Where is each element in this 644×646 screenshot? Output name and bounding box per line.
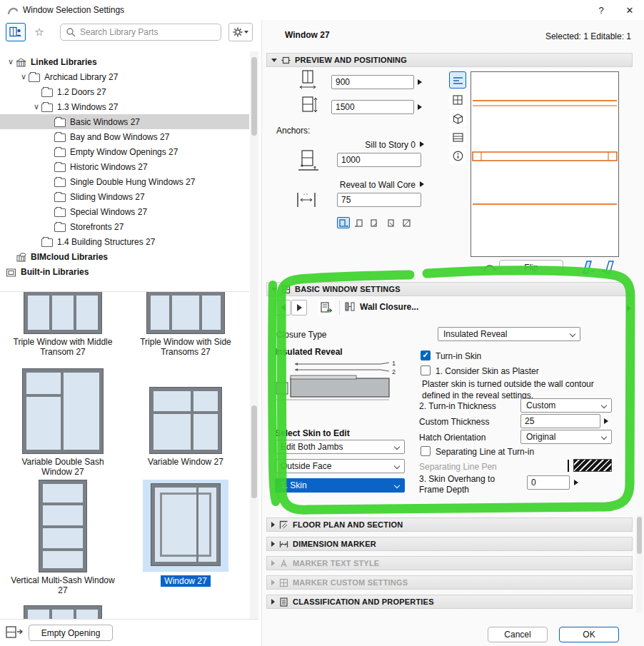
view-elevation-button[interactable]	[449, 128, 466, 146]
tree-scrollbar[interactable]	[250, 51, 258, 291]
section-marker-text-style[interactable]: MARKER TEXT STYLE	[266, 556, 633, 570]
anchor-toggle-icon[interactable]	[400, 217, 413, 228]
empty-opening-button[interactable]: Empty Opening	[29, 625, 113, 641]
skin-overhang-flyout-arrow[interactable]	[574, 480, 578, 485]
height-field[interactable]	[331, 100, 414, 114]
chevron-down-icon[interactable]	[19, 72, 29, 81]
sill-to-story-field[interactable]	[337, 153, 421, 167]
view-grid-button[interactable]	[449, 91, 466, 108]
favorites-star-icon[interactable]	[30, 23, 49, 41]
separating-line-pen-swatch[interactable]	[573, 459, 612, 472]
folder-icon	[41, 238, 53, 247]
cancel-button[interactable]: Cancel	[488, 627, 548, 642]
anchor-toggle-icon[interactable]	[353, 217, 366, 228]
info-button[interactable]	[449, 147, 466, 164]
tree-item-archicad-library[interactable]: Archicad Library 27	[0, 69, 249, 84]
search-input[interactable]	[79, 26, 221, 38]
prev-page-button[interactable]	[275, 300, 291, 316]
settings-scrollbar-thumb[interactable]	[637, 517, 642, 554]
preview-canvas[interactable]	[471, 71, 619, 257]
tree-item-windows[interactable]: 1.3 Windows 27	[0, 99, 249, 114]
next-page-button[interactable]	[291, 300, 307, 316]
thumbnail-partial[interactable]	[3, 606, 123, 620]
section-preview-positioning[interactable]: PREVIEW AND POSITIONING	[266, 53, 633, 67]
ok-button[interactable]: OK	[559, 627, 619, 642]
rotate-icon[interactable]	[482, 261, 498, 276]
width-field[interactable]	[331, 75, 414, 89]
tree-scrollbar-thumb[interactable]	[251, 57, 257, 136]
library-view-toggle[interactable]	[6, 23, 26, 41]
section-floor-plan[interactable]: FLOOR PLAN AND SECTION	[266, 518, 633, 532]
closure-type-dropdown[interactable]: Insulated Reveal	[438, 327, 580, 341]
tree-item-single-double-hung[interactable]: Single Double Hung Windows 27	[0, 174, 249, 189]
folder-icon	[54, 118, 66, 127]
section-dimension-marker[interactable]: DIMENSION MARKER	[266, 537, 633, 551]
hatch-orientation-dropdown[interactable]: Original	[520, 430, 612, 444]
thumbnail-variable-window[interactable]: Variable Window 27	[126, 366, 246, 467]
tree-item-storefronts[interactable]: Storefronts 27	[0, 219, 249, 234]
library-bottom-bar: Empty Opening	[0, 619, 259, 646]
chevron-down-icon[interactable]	[31, 102, 41, 111]
tree-item-empty-window-openings[interactable]: Empty Window Openings 27	[0, 144, 249, 159]
settings-page-flyout-arrow[interactable]	[627, 306, 631, 311]
thumbnail-scrollbar-thumb[interactable]	[251, 405, 257, 498]
turn-in-skin-checkbox[interactable]	[421, 350, 431, 360]
transfer-settings-button[interactable]	[318, 300, 335, 316]
consider-skin-plaster-checkbox[interactable]	[421, 365, 431, 375]
thumbnail-scrollbar[interactable]	[250, 291, 258, 620]
thumbnail-vertical-multi-sash[interactable]: Vertical Multi-Sash Window 27	[3, 478, 123, 596]
anchor-toggle-icon[interactable]	[337, 217, 350, 228]
section-basic-window-settings[interactable]: BASIC WINDOW SETTINGS	[266, 282, 633, 296]
tree-item-linked-libraries[interactable]: Linked Libraries	[0, 54, 249, 69]
tree-item-bimcloud-libraries[interactable]: BIMcloud Libraries	[0, 249, 249, 264]
library-panel: Linked Libraries Archicad Library 27 1.2…	[0, 20, 259, 646]
wall-closure-tab[interactable]: Wall Closure...	[345, 301, 418, 312]
skin-overhang-field[interactable]	[527, 475, 570, 490]
library-building-icon	[16, 58, 26, 67]
mirror-left-icon[interactable]	[580, 260, 596, 275]
skin-number-dropdown[interactable]: 1. Skin	[275, 478, 405, 493]
empty-opening-icon[interactable]	[6, 625, 23, 640]
tree-item-basic-windows[interactable]: Basic Windows 27	[0, 114, 249, 129]
turn-in-thickness-label: 2. Turn-in Thickness	[419, 401, 496, 411]
thumbnail-variable-double-sash[interactable]: Variable Double Sash Window 27	[3, 366, 123, 478]
chevron-down-icon[interactable]	[6, 57, 16, 66]
flip-button[interactable]: Flip	[499, 260, 563, 275]
tree-item-special-windows[interactable]: Special Windows 27	[0, 204, 249, 219]
sill-flyout-arrow[interactable]	[420, 141, 424, 147]
turn-in-thickness-dropdown[interactable]: Custom	[520, 398, 612, 413]
close-button[interactable]: ✕	[615, 0, 644, 20]
thumbnail-window-27[interactable]: Window 27	[126, 478, 246, 587]
anchor-toggle-icon[interactable]	[368, 217, 381, 228]
tree-item-doors[interactable]: 1.2 Doors 27	[0, 84, 249, 99]
height-flyout-arrow[interactable]	[418, 104, 422, 110]
folder-icon	[41, 89, 53, 97]
thumbnail-triple-middle-transom[interactable]: Triple Window with Middle Transom 27	[3, 292, 123, 358]
settings-scrollbar[interactable]	[636, 515, 643, 612]
mirror-right-icon[interactable]	[600, 260, 616, 275]
search-box[interactable]	[60, 24, 221, 41]
tree-item-bay-bow-windows[interactable]: Bay and Bow Windows 27	[0, 129, 249, 144]
custom-thickness-flyout-arrow[interactable]	[604, 418, 608, 424]
anchor-toggle-icon[interactable]	[384, 217, 397, 228]
window-preview-image	[39, 480, 86, 572]
thumbnail-triple-side-transoms[interactable]: Triple Window with Side Transoms 27	[126, 292, 246, 358]
view-plan-button[interactable]	[449, 71, 466, 89]
cube-3d-icon	[453, 113, 463, 124]
skin-face-dropdown[interactable]: Outside Face	[275, 459, 405, 473]
reveal-flyout-arrow[interactable]	[420, 181, 424, 187]
tree-item-building-structures[interactable]: 1.4 Building Structures 27	[0, 234, 249, 249]
reveal-to-wall-core-field[interactable]	[337, 193, 421, 207]
separating-line-checkbox[interactable]	[421, 446, 431, 456]
tree-item-historic-windows[interactable]: Historic Windows 27	[0, 159, 249, 174]
section-classification-properties[interactable]: CLASSIFICATION AND PROPERTIES	[266, 595, 633, 609]
tree-item-builtin-libraries[interactable]: Built-in Libraries	[0, 264, 249, 279]
section-marker-custom-settings[interactable]: MARKER CUSTOM SETTINGS	[266, 575, 633, 590]
view-3d-button[interactable]	[449, 110, 466, 127]
settings-gear-button[interactable]	[228, 23, 253, 41]
help-button[interactable]: ?	[587, 0, 615, 20]
tree-item-sliding-windows[interactable]: Sliding Windows 27	[0, 189, 249, 204]
width-flyout-arrow[interactable]	[418, 79, 422, 85]
custom-thickness-field[interactable]	[520, 414, 600, 428]
skin-edit-scope-dropdown[interactable]: Edit Both Jambs	[275, 440, 405, 454]
